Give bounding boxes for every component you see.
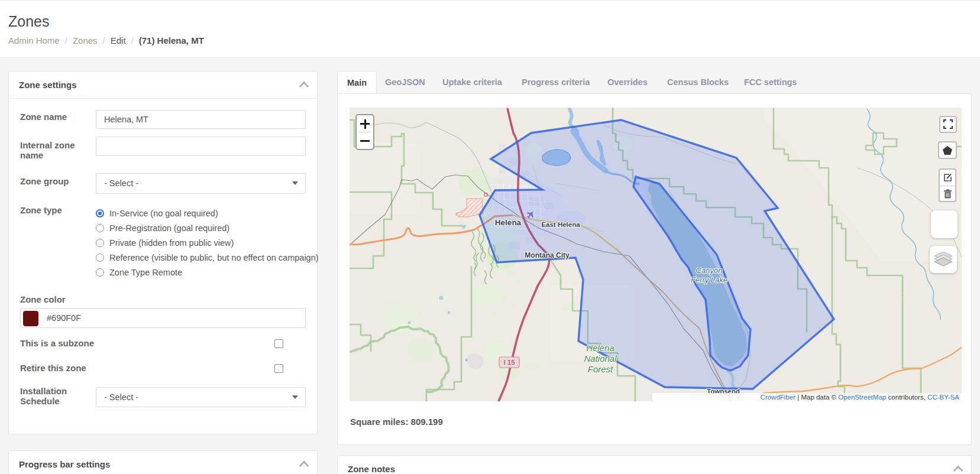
svg-text:Ferry Lake: Ferry Lake [691,275,727,284]
svg-text:I 15: I 15 [503,359,515,366]
svg-text:Helena: Helena [586,343,614,353]
svg-text:Helena: Helena [495,218,522,227]
svg-text:East Helena: East Helena [541,221,580,228]
svg-text:National: National [584,353,617,363]
svg-text:Montana City: Montana City [525,251,570,259]
svg-text:Canyon: Canyon [696,266,723,275]
svg-text:Forest: Forest [588,364,613,374]
